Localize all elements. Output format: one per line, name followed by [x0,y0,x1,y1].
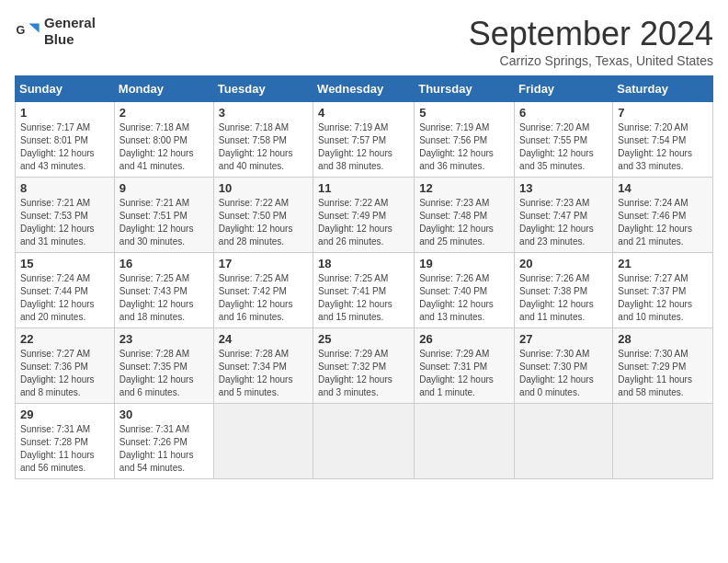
day-info: Sunrise: 7:23 AMSunset: 7:47 PMDaylight:… [519,198,594,247]
day-number: 29 [20,408,109,421]
calendar-cell: 22 Sunrise: 7:27 AMSunset: 7:36 PMDaylig… [16,328,115,404]
day-info: Sunrise: 7:21 AMSunset: 7:51 PMDaylight:… [119,198,194,247]
day-info: Sunrise: 7:17 AMSunset: 8:01 PMDaylight:… [20,122,95,171]
day-info: Sunrise: 7:19 AMSunset: 7:56 PMDaylight:… [419,122,494,171]
calendar-cell: 8 Sunrise: 7:21 AMSunset: 7:53 PMDayligh… [16,178,115,253]
weekday-header-monday: Monday [114,76,213,102]
svg-marker-1 [28,24,39,33]
day-info: Sunrise: 7:24 AMSunset: 7:44 PMDaylight:… [20,273,95,322]
day-number: 3 [219,106,308,120]
calendar-cell: 25 Sunrise: 7:29 AMSunset: 7:32 PMDaylig… [313,328,415,404]
calendar-cell: 5 Sunrise: 7:19 AMSunset: 7:56 PMDayligh… [415,102,515,178]
weekday-header-sunday: Sunday [16,76,115,102]
day-info: Sunrise: 7:18 AMSunset: 8:00 PMDaylight:… [119,122,194,171]
calendar-cell: 18 Sunrise: 7:25 AMSunset: 7:41 PMDaylig… [313,253,415,328]
day-info: Sunrise: 7:25 AMSunset: 7:41 PMDaylight:… [318,273,392,322]
logo-icon: G [15,18,40,44]
day-info: Sunrise: 7:30 AMSunset: 7:30 PMDaylight:… [519,349,594,397]
calendar-cell [415,404,515,479]
day-number: 9 [119,181,209,195]
calendar-cell: 1 Sunrise: 7:17 AMSunset: 8:01 PMDayligh… [16,102,115,178]
day-info: Sunrise: 7:26 AMSunset: 7:40 PMDaylight:… [419,273,494,322]
day-number: 13 [519,181,608,195]
calendar-cell: 24 Sunrise: 7:28 AMSunset: 7:34 PMDaylig… [213,328,313,404]
day-info: Sunrise: 7:22 AMSunset: 7:49 PMDaylight:… [318,198,392,247]
day-number: 22 [20,332,109,346]
day-number: 1 [20,106,109,120]
day-number: 21 [618,257,708,270]
day-number: 2 [119,106,209,120]
calendar-cell: 29 Sunrise: 7:31 AMSunset: 7:28 PMDaylig… [16,404,115,479]
day-number: 12 [419,181,509,195]
calendar-cell [313,404,415,479]
day-info: Sunrise: 7:26 AMSunset: 7:38 PMDaylight:… [519,273,594,322]
location-subtitle: Carrizo Springs, Texas, United States [469,53,713,68]
svg-text:G: G [16,24,25,37]
day-info: Sunrise: 7:31 AMSunset: 7:28 PMDaylight:… [20,424,95,473]
weekday-header-thursday: Thursday [415,76,515,102]
day-info: Sunrise: 7:25 AMSunset: 7:42 PMDaylight:… [219,273,293,322]
logo-text: General Blue [44,15,96,48]
calendar-cell: 11 Sunrise: 7:22 AMSunset: 7:49 PMDaylig… [313,178,415,253]
day-number: 28 [618,332,708,346]
day-info: Sunrise: 7:28 AMSunset: 7:34 PMDaylight:… [219,349,293,397]
day-number: 25 [318,332,409,346]
day-number: 26 [419,332,509,346]
day-info: Sunrise: 7:22 AMSunset: 7:50 PMDaylight:… [219,198,293,247]
day-info: Sunrise: 7:23 AMSunset: 7:48 PMDaylight:… [419,198,494,247]
title-block: September 2024 Carrizo Springs, Texas, U… [469,15,713,68]
day-number: 7 [618,106,708,120]
calendar-cell: 27 Sunrise: 7:30 AMSunset: 7:30 PMDaylig… [515,328,613,404]
day-number: 23 [119,332,209,346]
day-info: Sunrise: 7:21 AMSunset: 7:53 PMDaylight:… [20,198,95,247]
calendar-cell: 30 Sunrise: 7:31 AMSunset: 7:26 PMDaylig… [114,404,213,479]
day-number: 24 [219,332,308,346]
weekday-header-saturday: Saturday [613,76,713,102]
day-info: Sunrise: 7:24 AMSunset: 7:46 PMDaylight:… [618,198,692,247]
day-number: 6 [519,106,608,120]
day-number: 27 [519,332,608,346]
calendar-cell: 19 Sunrise: 7:26 AMSunset: 7:40 PMDaylig… [415,253,515,328]
day-info: Sunrise: 7:19 AMSunset: 7:57 PMDaylight:… [318,122,392,171]
day-number: 10 [219,181,308,195]
calendar-cell: 16 Sunrise: 7:25 AMSunset: 7:43 PMDaylig… [114,253,213,328]
calendar-week-row: 15 Sunrise: 7:24 AMSunset: 7:44 PMDaylig… [16,253,713,328]
day-number: 15 [20,257,109,270]
calendar-week-row: 8 Sunrise: 7:21 AMSunset: 7:53 PMDayligh… [16,178,713,253]
day-number: 19 [419,257,509,270]
day-number: 4 [318,106,409,120]
day-info: Sunrise: 7:29 AMSunset: 7:31 PMDaylight:… [419,349,494,397]
logo: G General Blue [15,15,96,48]
day-info: Sunrise: 7:20 AMSunset: 7:54 PMDaylight:… [618,122,692,171]
day-info: Sunrise: 7:27 AMSunset: 7:36 PMDaylight:… [20,349,95,397]
calendar-table: SundayMondayTuesdayWednesdayThursdayFrid… [15,75,713,479]
calendar-cell: 20 Sunrise: 7:26 AMSunset: 7:38 PMDaylig… [515,253,613,328]
calendar-cell: 2 Sunrise: 7:18 AMSunset: 8:00 PMDayligh… [114,102,213,178]
day-number: 11 [318,181,409,195]
calendar-cell: 9 Sunrise: 7:21 AMSunset: 7:51 PMDayligh… [114,178,213,253]
day-number: 30 [119,408,209,421]
day-info: Sunrise: 7:30 AMSunset: 7:29 PMDaylight:… [618,349,692,397]
calendar-cell: 17 Sunrise: 7:25 AMSunset: 7:42 PMDaylig… [213,253,313,328]
calendar-cell: 21 Sunrise: 7:27 AMSunset: 7:37 PMDaylig… [613,253,713,328]
day-info: Sunrise: 7:18 AMSunset: 7:58 PMDaylight:… [219,122,293,171]
calendar-week-row: 29 Sunrise: 7:31 AMSunset: 7:28 PMDaylig… [16,404,713,479]
calendar-cell [613,404,713,479]
calendar-week-row: 22 Sunrise: 7:27 AMSunset: 7:36 PMDaylig… [16,328,713,404]
calendar-cell [515,404,613,479]
calendar-cell: 7 Sunrise: 7:20 AMSunset: 7:54 PMDayligh… [613,102,713,178]
calendar-cell: 10 Sunrise: 7:22 AMSunset: 7:50 PMDaylig… [213,178,313,253]
calendar-cell: 23 Sunrise: 7:28 AMSunset: 7:35 PMDaylig… [114,328,213,404]
day-number: 5 [419,106,509,120]
page-header: G General Blue September 2024 Carrizo Sp… [15,15,713,68]
day-info: Sunrise: 7:27 AMSunset: 7:37 PMDaylight:… [618,273,692,322]
calendar-week-row: 1 Sunrise: 7:17 AMSunset: 8:01 PMDayligh… [16,102,713,178]
day-number: 17 [219,257,308,270]
calendar-cell [213,404,313,479]
day-info: Sunrise: 7:25 AMSunset: 7:43 PMDaylight:… [119,273,194,322]
calendar-cell: 15 Sunrise: 7:24 AMSunset: 7:44 PMDaylig… [16,253,115,328]
day-number: 14 [618,181,708,195]
day-number: 18 [318,257,409,270]
weekday-header-wednesday: Wednesday [313,76,415,102]
day-info: Sunrise: 7:28 AMSunset: 7:35 PMDaylight:… [119,349,194,397]
